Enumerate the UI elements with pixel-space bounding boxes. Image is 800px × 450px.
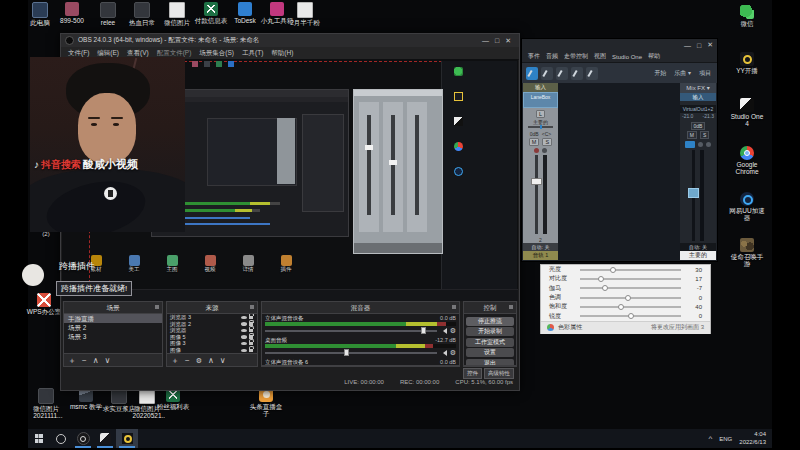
desktop-icon-899-500[interactable]: 899-500	[54, 2, 90, 24]
volume-slider[interactable]	[265, 352, 437, 354]
desktop-icon-wps[interactable]: WPS办公室	[26, 293, 62, 315]
dock-tab-controls[interactable]: 控件	[463, 368, 482, 379]
scene-item[interactable]: 场景 3	[64, 332, 162, 341]
menu-scene-collection[interactable]: 场景集合(S)	[199, 49, 234, 58]
visibility-eye-icon[interactable]	[241, 329, 247, 333]
close-button[interactable]: ✕	[707, 41, 713, 49]
strip-header[interactable]: 输入	[680, 93, 716, 101]
fader-cap[interactable]	[531, 178, 542, 185]
page-start-button[interactable]: 开始	[654, 69, 666, 78]
lock-icon[interactable]	[249, 329, 254, 333]
arrow-tool-button[interactable]	[526, 67, 538, 80]
lock-icon[interactable]	[249, 349, 254, 353]
scene-down-button[interactable]: ∨	[105, 356, 111, 365]
lock-icon[interactable]	[249, 342, 254, 346]
search-button[interactable]	[50, 429, 72, 448]
desktop-icon-wechat[interactable]: 微信	[729, 5, 765, 27]
exit-button[interactable]: 退出	[466, 359, 514, 367]
apply-to-screen-link[interactable]: 将更改应用到画面 3	[651, 323, 704, 332]
lock-icon[interactable]	[249, 335, 254, 339]
output-device-label[interactable]: VirtualOut1+2	[680, 105, 716, 113]
eraser-tool-button[interactable]	[571, 67, 583, 80]
desktop-icon-live-box[interactable]: 头条直播盒子	[248, 388, 284, 417]
start-button[interactable]	[28, 429, 50, 448]
visibility-eye-icon[interactable]	[241, 316, 247, 320]
volume-slider[interactable]	[265, 330, 437, 332]
studio-one-arrangement[interactable]: 输入 LaneBox L 主要的 0dB<C> M S 2	[523, 83, 716, 260]
add-scene-button[interactable]: ＋	[68, 355, 76, 366]
menu-studio-one[interactable]: Studio One	[612, 54, 642, 60]
minimize-button[interactable]: —	[482, 37, 489, 44]
close-button[interactable]: ✕	[505, 37, 511, 45]
range-tool-button[interactable]	[541, 67, 553, 80]
mute-button[interactable]: M	[687, 131, 697, 139]
dock-pin-icon[interactable]	[509, 305, 513, 309]
speaker-icon[interactable]	[440, 328, 447, 334]
menu-help[interactable]: 帮助	[648, 52, 660, 61]
scene-item[interactable]: 手游直播	[64, 314, 162, 323]
mic-icon[interactable]	[698, 142, 703, 147]
speaker-icon[interactable]	[440, 350, 447, 356]
add-source-button[interactable]: ＋	[171, 355, 179, 366]
channel-gear-icon[interactable]: ⚙	[450, 349, 456, 356]
strip-header[interactable]: 输入	[523, 83, 558, 92]
menu-view[interactable]: 视图	[594, 52, 606, 61]
slider[interactable]	[580, 306, 681, 308]
pan-slider[interactable]	[528, 126, 553, 128]
headphones-icon[interactable]	[706, 142, 711, 147]
desktop-icon-wechat-image-2021[interactable]: 微信图片_2021111...	[28, 388, 64, 419]
visibility-eye-icon[interactable]	[241, 349, 247, 353]
mute-button[interactable]: M	[529, 138, 540, 146]
lock-icon[interactable]	[249, 316, 254, 320]
slider[interactable]	[580, 315, 681, 317]
source-item[interactable]: 浏览器	[167, 327, 257, 334]
automation-mode[interactable]: 自动: 关	[680, 243, 716, 251]
main-out-label[interactable]: 主要的	[680, 251, 716, 260]
monitor-button[interactable]	[542, 148, 547, 153]
fader[interactable]	[529, 155, 552, 234]
desktop-icon-studio-one[interactable]: Studio One 4	[729, 98, 765, 127]
maximize-button[interactable]: □	[495, 37, 499, 44]
scene-up-button[interactable]: ∧	[93, 356, 99, 365]
source-down-button[interactable]: ∨	[220, 356, 226, 365]
desktop-icon-relee[interactable]: relee	[90, 2, 126, 26]
obs-title-bar[interactable]: OBS 24.0.3 (64-bit, windows) - 配置文件: 未命名…	[61, 34, 519, 47]
visibility-eye-icon[interactable]	[241, 342, 247, 346]
menu-audio[interactable]: 音频	[546, 52, 558, 61]
clock[interactable]: 4:04 2022/6/13	[739, 431, 766, 446]
minimize-button[interactable]: —	[684, 42, 691, 49]
channel-gear-icon[interactable]: ⚙	[450, 327, 456, 334]
menu-event[interactable]: 事件	[528, 52, 540, 61]
mixfx-header[interactable]: Mix FX ▾	[680, 83, 716, 93]
automation-mode[interactable]: 自动: 关	[523, 243, 558, 251]
desktop-icon-uu[interactable]: 网易UU加速器	[729, 192, 765, 221]
source-item[interactable]: 图像 3	[167, 340, 257, 347]
desktop-icon-msmc[interactable]: msmc 教学	[68, 388, 104, 410]
slider[interactable]	[580, 269, 681, 271]
taskbar-yy[interactable]	[116, 429, 138, 448]
start-recording-button[interactable]: 开始录制	[466, 327, 514, 336]
desktop-icon-video[interactable]: 热血日常	[124, 2, 160, 26]
record-arm-button[interactable]	[534, 148, 539, 153]
desktop-icon-fans-excel[interactable]: 粉丝福利表	[155, 388, 191, 410]
taskbar-studio-one[interactable]	[94, 429, 116, 448]
source-item[interactable]: 图像	[167, 347, 257, 354]
desktop-icon-chrome[interactable]: Google Chrome	[729, 146, 765, 175]
scene-item[interactable]: 场景 2	[64, 323, 162, 332]
visibility-eye-icon[interactable]	[241, 335, 247, 339]
slider[interactable]	[580, 287, 681, 289]
insert-slot[interactable]: LaneBox	[523, 92, 558, 108]
desktop-icon-yy[interactable]: YY开播	[729, 52, 765, 74]
page-project-button[interactable]: 项目	[699, 69, 711, 78]
source-up-button[interactable]: ∧	[208, 356, 214, 365]
desktop-icon-this-pc[interactable]: 此电脑	[22, 2, 58, 26]
menu-help[interactable]: 帮助(H)	[271, 49, 293, 58]
desktop-icon-payment-sheet[interactable]: 付款信息表	[193, 2, 229, 24]
studio-mode-button[interactable]: 工作室模式	[466, 338, 514, 347]
speaker-icon[interactable]	[685, 141, 695, 148]
mute-tool-button[interactable]	[586, 67, 598, 80]
studio-one-title-bar[interactable]: — □ ✕	[522, 39, 717, 51]
pencil-tool-button[interactable]	[556, 67, 568, 80]
menu-transport[interactable]: 走带控制	[564, 52, 588, 61]
desktop-icon-fans-doc[interactable]: 2月半千粉	[287, 2, 323, 26]
